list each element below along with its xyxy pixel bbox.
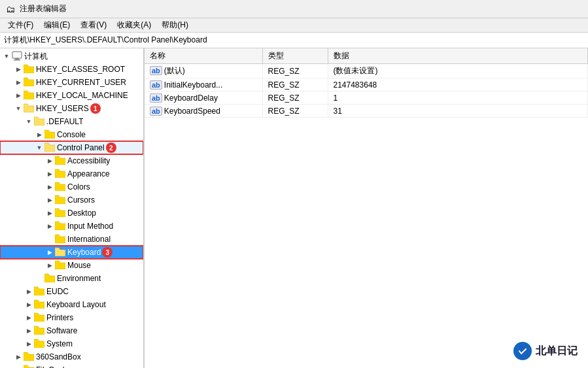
tree-node-environment[interactable]: ▶ Environment [0,272,143,285]
label-eudc: EUDC [46,287,69,296]
badge-2: 2 [106,142,116,153]
tree-node-hkey-users[interactable]: ▼ HKEY_USERS 1 [0,102,143,115]
label-environment: Environment [57,274,101,283]
folder-icon-input-method [55,221,65,232]
menu-favorites[interactable]: 收藏夹(A) [112,18,156,32]
expand-hkey-users[interactable]: ▼ [13,103,24,114]
table-row[interactable]: abKeyboardSpeedREG_SZ31 [145,105,588,118]
tree-node-printers[interactable]: ▶ Printers [0,311,143,324]
menu-file[interactable]: 文件(F) [3,18,39,32]
tree-node-keyboard-layout[interactable]: ▶ Keyboard Layout [0,298,143,311]
table-row[interactable]: ab(默认)REG_SZ(数值未设置) [145,64,588,78]
expand-colors[interactable]: ▶ [44,182,55,192]
expand-computer[interactable]: ▼ [1,51,12,61]
title-bar-text: 注册表编辑器 [20,3,67,14]
tree-node-international[interactable]: ▶ International [0,233,143,246]
expand-default[interactable]: ▼ [24,116,34,127]
value-name: abInitialKeyboard... [145,78,262,92]
value-type: REG_SZ [262,64,328,78]
title-bar: 🗂 注册表编辑器 [0,0,588,18]
tree-node-desktop[interactable]: ▶ Desktop [0,207,143,220]
expand-accessibility[interactable]: ▶ [44,156,55,166]
expand-system[interactable]: ▶ [24,339,34,349]
folder-icon-keyboard [55,247,65,258]
tree-node-accessibility[interactable]: ▶ Accessibility [0,154,143,167]
label-360sandbox: 360SandBox [36,352,81,361]
badge-3: 3 [102,247,112,258]
tree-node-console[interactable]: ▶ Console [0,128,143,141]
expand-mouse[interactable]: ▶ [44,260,55,271]
menu-bar: 文件(F) 编辑(E) 查看(V) 收藏夹(A) 帮助(H) [0,18,588,33]
tree-node-keyboard[interactable]: ▶ Keyboard 3 [0,246,143,259]
expand-input-method[interactable]: ▶ [44,221,55,231]
expand-control-panel[interactable]: ▼ [34,142,44,153]
value-data: 1 [328,92,588,105]
folder-icon-classes-root [24,64,34,75]
address-path: 计算机\HKEY_USERS\.DEFAULT\Control Panel\Ke… [4,35,207,46]
svg-marker-9 [44,143,55,152]
svg-marker-6 [24,104,34,112]
table-row[interactable]: abKeyboardDelayREG_SZ1 [145,92,588,105]
tree-node-default[interactable]: ▼ .DEFAULT [0,115,143,128]
svg-marker-25 [24,352,34,361]
expand-international: ▶ [44,234,55,244]
expand-desktop[interactable]: ▶ [44,208,55,218]
tree-node-control-panel[interactable]: ▼ Control Panel 2 [0,141,143,154]
label-system: System [46,339,73,348]
tree-node-filecache[interactable]: ▶ FileCache [0,363,143,368]
expand-keyboard-layout[interactable]: ▶ [24,299,34,310]
value-data: 2147483648 [328,78,588,92]
expand-filecache: ▶ [13,365,24,368]
value-data: (数值未设置) [328,64,588,78]
expand-printers[interactable]: ▶ [24,312,34,323]
svg-rect-0 [12,52,22,58]
address-bar: 计算机\HKEY_USERS\.DEFAULT\Control Panel\Ke… [0,33,588,48]
col-header-type: 类型 [262,48,328,64]
folder-icon-desktop [55,208,65,219]
folder-icon-environment [44,273,55,284]
tree-node-local-machine[interactable]: ▶ HKEY_LOCAL_MACHINE [0,89,143,102]
tree-node-software[interactable]: ▶ Software [0,324,143,337]
value-type: REG_SZ [262,92,328,105]
label-console: Console [57,130,86,139]
expand-current-user[interactable]: ▶ [13,77,24,88]
svg-marker-5 [24,91,34,99]
tree-node-360sandbox[interactable]: ▶ 360SandBox [0,350,143,363]
expand-classes-root[interactable]: ▶ [13,64,24,75]
label-keyboard: Keyboard [67,248,101,257]
expand-environment: ▶ [34,273,44,284]
tree-node-colors[interactable]: ▶ Colors [0,180,143,193]
menu-edit[interactable]: 编辑(E) [39,18,75,32]
expand-cursors[interactable]: ▶ [44,195,55,205]
expand-360sandbox[interactable]: ▶ [13,352,24,362]
tree-node-classes-root[interactable]: ▶ HKEY_CLASSES_ROOT [0,63,143,76]
svg-marker-7 [34,117,44,125]
expand-software[interactable]: ▶ [24,326,34,336]
folder-icon-accessibility [55,156,65,167]
table-row[interactable]: abInitialKeyboard...REG_SZ2147483648 [145,78,588,92]
expand-local-machine[interactable]: ▶ [13,90,24,101]
tree-node-eudc[interactable]: ▶ EUDC [0,285,143,298]
expand-console[interactable]: ▶ [34,129,44,140]
watermark: 北单日记 [513,342,578,360]
tree-node-mouse[interactable]: ▶ Mouse [0,259,143,272]
values-table: 名称 类型 数据 ab(默认)REG_SZ(数值未设置)abInitialKey… [145,48,588,118]
expand-keyboard[interactable]: ▶ [44,247,55,258]
svg-marker-13 [55,195,65,204]
menu-view[interactable]: 查看(V) [75,18,112,32]
menu-help[interactable]: 帮助(H) [156,18,194,32]
tree-node-current-user[interactable]: ▶ HKEY_CURRENT_USER [0,76,143,89]
tree-node-input-method[interactable]: ▶ Input Method [0,220,143,233]
tree-node-system[interactable]: ▶ System [0,337,143,350]
tree-node-computer[interactable]: ▼ 计算机 [0,50,143,63]
svg-marker-17 [55,248,65,256]
tree-node-cursors[interactable]: ▶ Cursors [0,193,143,207]
expand-appearance[interactable]: ▶ [44,169,55,179]
folder-icon-console [44,129,55,141]
tree-node-appearance[interactable]: ▶ Appearance [0,167,143,180]
svg-marker-20 [34,287,44,295]
badge-1: 1 [90,103,101,114]
expand-eudc[interactable]: ▶ [24,286,34,297]
values-panel: 名称 类型 数据 ab(默认)REG_SZ(数值未设置)abInitialKey… [145,48,588,368]
label-current-user: HKEY_CURRENT_USER [36,78,126,87]
